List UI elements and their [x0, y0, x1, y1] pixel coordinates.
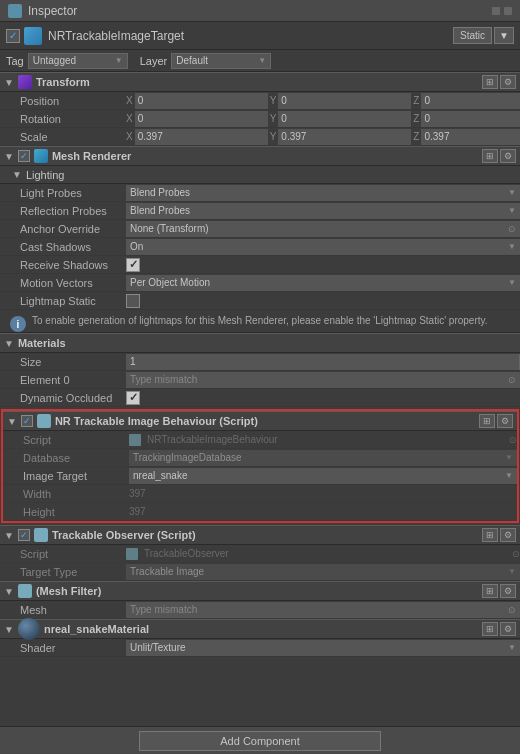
header-dot-2: [504, 7, 512, 15]
shader-dropdown[interactable]: Unlit/Texture ▼: [126, 640, 520, 656]
dynamic-occluded-checkbox[interactable]: ✓: [126, 391, 140, 405]
lighting-label: Lighting: [26, 169, 65, 181]
element0-value[interactable]: Type mismatch ⊙: [126, 372, 520, 388]
static-arrow-button[interactable]: ▼: [494, 27, 514, 44]
lighting-subsection: ▼ Lighting: [0, 166, 520, 184]
lightmap-static-checkbox[interactable]: [126, 294, 140, 308]
nr-trackable-btn-2[interactable]: ⚙: [497, 414, 513, 428]
material-section: ▼ nreal_snakeMaterial ⊞ ⚙ Shader Unlit/T…: [0, 619, 520, 657]
mesh-filter-header[interactable]: ▼ (Mesh Filter) ⊞ ⚙: [0, 581, 520, 601]
motion-vectors-row: Motion Vectors Per Object Motion ▼: [0, 274, 520, 292]
scale-y[interactable]: [278, 129, 411, 145]
anchor-override-label: Anchor Override: [16, 223, 126, 235]
rotation-label: Rotation: [16, 113, 126, 125]
transform-scale-row: Scale X Y Z: [0, 128, 520, 146]
scale-z[interactable]: [421, 129, 520, 145]
rotation-z[interactable]: [421, 111, 520, 127]
mesh-renderer-title: Mesh Renderer: [52, 150, 482, 162]
static-button[interactable]: Static: [453, 27, 492, 44]
nr-width-row: Width 397: [3, 485, 517, 503]
size-input[interactable]: [126, 354, 520, 370]
nr-height-value: 397: [129, 506, 146, 517]
nr-trackable-header[interactable]: ▼ ✓ NR Trackable Image Behaviour (Script…: [3, 411, 517, 431]
layer-select[interactable]: Default ▼: [171, 53, 271, 69]
to-target-type-row: Target Type Trackable Image ▼: [0, 563, 520, 581]
material-btn-1[interactable]: ⊞: [482, 622, 498, 636]
rotation-y[interactable]: [278, 111, 411, 127]
trackable-observer-header[interactable]: ▼ ✓ Trackable Observer (Script) ⊞ ⚙: [0, 525, 520, 545]
nr-script-label: Script: [19, 434, 129, 446]
mesh-filter-mesh-row: Mesh Type mismatch ⊙: [0, 601, 520, 619]
script-icon: [129, 434, 141, 446]
transform-position-row: Position X Y Z: [0, 92, 520, 110]
tag-select[interactable]: Untagged ▼: [28, 53, 128, 69]
mesh-filter-title: (Mesh Filter): [36, 585, 482, 597]
scale-x[interactable]: [135, 129, 268, 145]
nr-image-target-dropdown[interactable]: nreal_snake ▼: [129, 468, 517, 484]
cast-shadows-row: Cast Shadows On ▼: [0, 238, 520, 256]
light-probes-dropdown[interactable]: Blend Probes ▼: [126, 185, 520, 201]
material-header[interactable]: ▼ nreal_snakeMaterial ⊞ ⚙: [0, 619, 520, 639]
materials-section: ▼ Materials Size Element 0 Type mismatch…: [0, 333, 520, 407]
mesh-filter-btn-1[interactable]: ⊞: [482, 584, 498, 598]
trackable-observer-btn-2[interactable]: ⚙: [500, 528, 516, 542]
position-x[interactable]: [135, 93, 268, 109]
inspector-content: ✓ NRTrackableImageTarget Static ▼ Tag Un…: [0, 22, 520, 754]
nr-trackable-checkbox[interactable]: ✓: [21, 415, 33, 427]
material-name: nreal_snakeMaterial: [44, 623, 482, 635]
bottom-spacer: [0, 657, 520, 689]
reflection-probes-dropdown[interactable]: Blend Probes ▼: [126, 203, 520, 219]
transform-btn-2[interactable]: ⚙: [500, 75, 516, 89]
add-component-button[interactable]: Add Component: [139, 731, 381, 751]
trackable-observer-checkbox[interactable]: ✓: [18, 529, 30, 541]
nr-trackable-section: ▼ ✓ NR Trackable Image Behaviour (Script…: [1, 409, 519, 523]
nr-trackable-title: NR Trackable Image Behaviour (Script): [55, 415, 479, 427]
nr-width-label: Width: [19, 488, 129, 500]
nr-height-row: Height 397: [3, 503, 517, 521]
rotation-x[interactable]: [135, 111, 268, 127]
to-script-value: TrackableObserver: [144, 548, 229, 559]
nr-height-label: Height: [19, 506, 129, 518]
transform-btn-1[interactable]: ⊞: [482, 75, 498, 89]
header-dot-1: [492, 7, 500, 15]
object-icon: [24, 27, 42, 45]
mesh-filter-btn-2[interactable]: ⚙: [500, 584, 516, 598]
scale-label: Scale: [16, 131, 126, 143]
object-checkbox[interactable]: ✓: [6, 29, 20, 43]
mesh-renderer-btn-1[interactable]: ⊞: [482, 149, 498, 163]
lightmap-info-box: i To enable generation of lightmaps for …: [0, 310, 520, 333]
nr-database-row: Database TrackingImageDatabase ▼: [3, 449, 517, 467]
cast-shadows-label: Cast Shadows: [16, 241, 126, 253]
nr-database-label: Database: [19, 452, 129, 464]
motion-vectors-dropdown[interactable]: Per Object Motion ▼: [126, 275, 520, 291]
nr-database-dropdown[interactable]: TrackingImageDatabase ▼: [129, 450, 517, 466]
transform-header[interactable]: ▼ Transform ⊞ ⚙: [0, 72, 520, 92]
to-target-type-dropdown[interactable]: Trackable Image ▼: [126, 564, 520, 580]
shader-label: Shader: [16, 642, 126, 654]
mesh-renderer-header[interactable]: ▼ ✓ Mesh Renderer ⊞ ⚙: [0, 146, 520, 166]
material-preview: [18, 618, 40, 640]
mesh-renderer-btn-2[interactable]: ⚙: [500, 149, 516, 163]
motion-vectors-label: Motion Vectors: [16, 277, 126, 289]
layer-label: Layer: [140, 55, 168, 67]
mesh-renderer-icon: [34, 149, 48, 163]
mesh-renderer-checkbox[interactable]: ✓: [18, 150, 30, 162]
lightmap-static-row: Lightmap Static: [0, 292, 520, 310]
trackable-observer-btn-1[interactable]: ⊞: [482, 528, 498, 542]
trackable-observer-title: Trackable Observer (Script): [52, 529, 482, 541]
mesh-filter-mesh-dropdown[interactable]: Type mismatch ⊙: [126, 602, 520, 618]
material-btn-2[interactable]: ⚙: [500, 622, 516, 636]
trackable-observer-section: ▼ ✓ Trackable Observer (Script) ⊞ ⚙ Scri…: [0, 525, 520, 581]
to-target-type-label: Target Type: [16, 566, 126, 578]
cast-shadows-dropdown[interactable]: On ▼: [126, 239, 520, 255]
position-z[interactable]: [421, 93, 520, 109]
receive-shadows-checkbox[interactable]: ✓: [126, 258, 140, 272]
anchor-override-dropdown[interactable]: None (Transform) ⊙: [126, 221, 520, 237]
nr-image-target-row: Image Target nreal_snake ▼: [3, 467, 517, 485]
position-y[interactable]: [278, 93, 411, 109]
materials-header[interactable]: ▼ Materials: [0, 333, 520, 353]
nr-trackable-btn-1[interactable]: ⊞: [479, 414, 495, 428]
nr-width-value: 397: [129, 488, 146, 499]
reflection-probes-label: Reflection Probes: [16, 205, 126, 217]
tag-layer-row: Tag Untagged ▼ Layer Default ▼: [0, 50, 520, 72]
